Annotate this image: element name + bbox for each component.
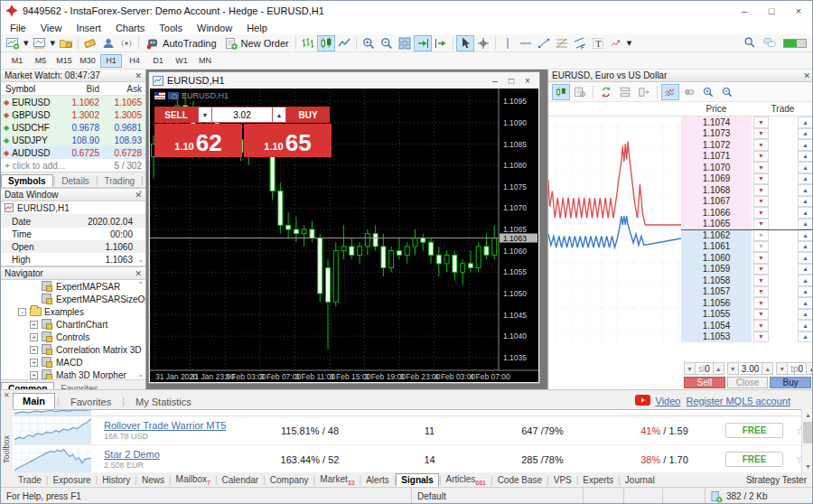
volume-down-icon[interactable]: ▼ [198, 107, 212, 123]
crosshair-icon[interactable] [474, 35, 492, 51]
chart-area[interactable]: EURUSD,H1 SELL ▼ 3.02 ▲ BUY 1.10 62 [150, 89, 538, 382]
dom-zoom-in-icon[interactable] [699, 84, 717, 100]
collapse-icon[interactable]: - [18, 308, 26, 316]
dom-price-cell[interactable]: 1.1067 [681, 196, 752, 208]
trendline-icon[interactable] [535, 35, 553, 51]
data-folder-icon[interactable] [57, 35, 75, 51]
youtube-icon[interactable] [635, 395, 650, 407]
dom-price-cell[interactable]: 1.1073 [681, 128, 752, 140]
close-icon[interactable]: ✕ [4, 391, 10, 399]
dom-price-cell[interactable]: 1.1069 [681, 173, 752, 185]
buy-limit-icon[interactable]: ▲ [798, 184, 813, 196]
dom-price-cell[interactable]: 1.1062 [681, 229, 752, 241]
market-watch-row[interactable]: ◆GBPUSD1.30021.3005 [1, 108, 145, 121]
dom-price-cell[interactable]: 1.1056 [681, 297, 752, 309]
tree-item[interactable]: +Math 3D Morpher [1, 369, 145, 379]
sell-limit-icon[interactable]: ▼ [753, 241, 769, 253]
dom-ticks-icon[interactable] [661, 84, 679, 100]
dom-price-cell[interactable]: 1.1074 [681, 117, 752, 128]
signals-scrollbar[interactable]: ▲ ▼ [801, 409, 813, 472]
volume-up-icon[interactable]: ▲ [272, 107, 286, 123]
buy-limit-icon[interactable]: ▲ [798, 297, 813, 309]
chart-maximize-button[interactable]: □ [503, 76, 519, 86]
market-watch-row[interactable]: ◆USDJPY108.90108.93 [1, 134, 145, 146]
tree-item[interactable]: -Examples [1, 305, 145, 318]
timeframe-d1[interactable]: D1 [147, 54, 169, 68]
column-ask[interactable]: Ask [103, 84, 145, 94]
candles-icon[interactable] [317, 35, 335, 51]
expand-icon[interactable]: + [30, 371, 38, 379]
signal-row[interactable]: Rollover Trade Warrior MT5168.78 USD115.… [13, 416, 813, 445]
timeframe-h4[interactable]: H4 [124, 54, 145, 68]
close-icon[interactable]: ✕ [803, 71, 810, 80]
timeframe-m1[interactable]: M1 [6, 54, 28, 68]
tree-item[interactable]: +Correlation Matrix 3D [1, 343, 145, 356]
market-watch-tab-symbols[interactable]: Symbols [1, 174, 53, 187]
dom-price-cell[interactable]: 1.1053 [681, 331, 752, 343]
autotrading-button[interactable]: AutoTrading [142, 35, 220, 51]
buy-limit-icon[interactable]: ▲ [798, 196, 813, 208]
sell-limit-icon[interactable]: ▼ [753, 139, 769, 151]
signal-icon[interactable] [117, 35, 136, 51]
toolbox-tab-vps[interactable]: VPS [549, 474, 576, 486]
timeframe-h1[interactable]: H1 [100, 54, 122, 68]
toolbox-tab-main[interactable]: Main [13, 393, 55, 409]
dropdown-caret-icon[interactable]: ▾ [625, 35, 634, 51]
buy-limit-icon[interactable]: ▲ [798, 207, 813, 219]
scroll-up-icon[interactable]: ⌃ [137, 190, 144, 198]
buy-limit-icon[interactable]: ▲ [798, 309, 813, 321]
buy-limit-icon[interactable]: ▲ [798, 162, 813, 173]
volume-stepper[interactable]: ▼ 3.00 ▲ [727, 362, 773, 375]
close-button[interactable]: × [785, 1, 812, 21]
buy-limit-icon[interactable]: ▲ [798, 275, 813, 286]
free-button[interactable]: FREE [725, 423, 783, 438]
ask-price-button[interactable]: 1.10 65 [244, 124, 332, 157]
register-mql5-link[interactable]: Register MQL5 account [686, 396, 790, 406]
profiles-icon[interactable] [31, 35, 49, 51]
sell-limit-icon[interactable]: ▼ [753, 252, 769, 264]
scroll-down-icon[interactable]: ⌄ [137, 256, 144, 264]
buy-limit-icon[interactable]: ▲ [798, 151, 813, 163]
toolbox-tab-alerts[interactable]: Alerts [361, 474, 394, 486]
menu-charts[interactable]: Charts [108, 23, 152, 33]
market-watch-tab-details[interactable]: Details [55, 175, 96, 187]
menu-file[interactable]: File [3, 23, 33, 33]
toolbox-tab-code-base[interactable]: Code Base [493, 474, 547, 486]
buy-limit-icon[interactable]: ▲ [798, 264, 813, 275]
community-icon[interactable] [99, 35, 117, 51]
bid-price-button[interactable]: 1.10 62 [154, 124, 242, 157]
expand-icon[interactable]: + [30, 359, 38, 367]
timeframe-m15[interactable]: M15 [53, 54, 75, 68]
toolbox-tab-my-statistics[interactable]: My Statistics [126, 395, 201, 409]
dom-price-cell[interactable]: 1.1060 [681, 252, 752, 264]
toolbox-tab-market[interactable]: Market33 [315, 473, 359, 487]
menu-view[interactable]: View [33, 23, 70, 33]
sell-limit-icon[interactable]: ▼ [753, 264, 769, 275]
toolbox-tab-articles[interactable]: Articles661 [442, 473, 491, 487]
chart-shift-icon[interactable] [432, 35, 450, 51]
dom-transfer-icon[interactable] [635, 84, 653, 100]
chart-minimize-button[interactable]: – [487, 76, 503, 86]
toolbox-tab-mailbox[interactable]: Mailbox7 [172, 473, 215, 487]
vertical-line-icon[interactable] [499, 35, 517, 51]
market-watch-add-row[interactable]: + click to add... 5 / 302 [1, 159, 145, 172]
sell-limit-icon[interactable]: ▼ [753, 173, 769, 185]
fibonacci-icon[interactable] [553, 35, 571, 51]
new-order-button[interactable]: New Order [220, 35, 293, 51]
timeframe-mn[interactable]: MN [194, 54, 216, 68]
dom-price-cell[interactable]: 1.1057 [681, 286, 752, 298]
buy-limit-icon[interactable]: ▲ [798, 139, 813, 151]
menu-help[interactable]: Help [239, 23, 275, 33]
auto-scroll-icon[interactable] [414, 35, 432, 51]
zoom-in-icon[interactable] [360, 35, 378, 51]
column-symbol[interactable]: Symbol [1, 84, 61, 94]
signal-name-link[interactable]: Star 2 Demo [104, 449, 160, 460]
tree-item[interactable]: +ChartInChart [1, 318, 145, 331]
market-watch-tab-trading[interactable]: Trading [98, 175, 141, 187]
tree-item[interactable]: +Controls [1, 331, 145, 343]
toolbox-tab-exposure[interactable]: Exposure [48, 474, 95, 486]
buy-button[interactable]: BUY [286, 107, 330, 123]
sell-limit-icon[interactable]: ▼ [753, 117, 769, 128]
sell-limit-icon[interactable]: ▼ [753, 162, 769, 173]
expand-icon[interactable]: + [30, 333, 38, 341]
